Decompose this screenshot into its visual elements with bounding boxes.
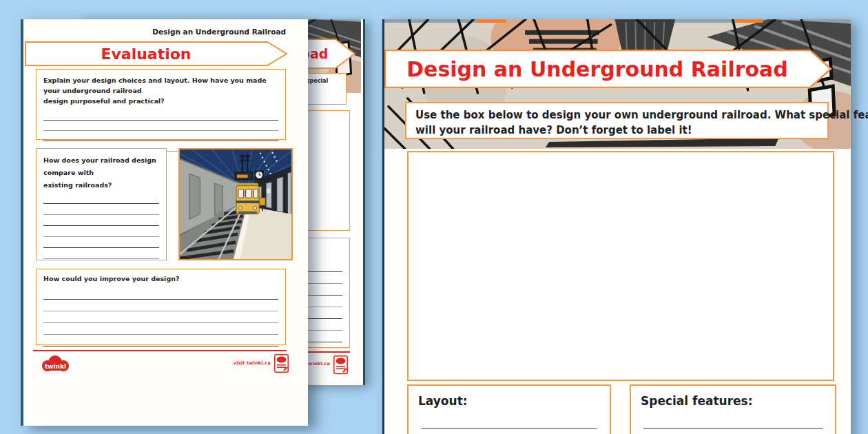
worksheet-preview: Design an Underground Railroad Use the b… (0, 0, 868, 434)
instructions-line1: Use the box below to design your own und… (415, 108, 818, 123)
question-2-line1: How does your railroad design compare wi… (43, 154, 159, 179)
writing-line (43, 226, 159, 237)
writing-line (43, 323, 278, 335)
writing-line (643, 408, 823, 429)
twinkl-badge-icon (274, 354, 289, 373)
writing-line (43, 300, 278, 311)
layout-box: Layout: (407, 384, 611, 434)
writing-line (43, 237, 159, 248)
question-3: How could you improve your design? (43, 275, 278, 282)
eval-footer: visit twinkl.ca (234, 354, 289, 373)
instructions-line2: will your railroad have? Don’t forget to… (415, 123, 818, 138)
evaluation-title: Evaluation (25, 41, 267, 66)
evaluation-title-banner: Evaluation (25, 41, 288, 66)
question-1-line2: design purposeful and practical? (43, 96, 278, 106)
instructions-box: Use the box below to design your own und… (405, 102, 829, 139)
special-features-box: Special features: (630, 384, 836, 434)
writing-line (43, 311, 278, 323)
question-1-line1: Explain your design choices and layout. … (43, 75, 278, 96)
writing-line (43, 121, 278, 131)
footer-rule (33, 350, 287, 351)
writing-line (43, 335, 278, 347)
evaluation-page: Design an Underground Railroad Evaluatio… (21, 19, 308, 426)
writing-line (43, 193, 159, 204)
writing-line (43, 215, 159, 226)
visit-twinkl-link: visit twinkl.ca (234, 360, 271, 366)
writing-line (43, 204, 159, 215)
page-header-label: Design an Underground Railroad (152, 28, 286, 36)
design-title-banner: Design an Underground Railroad (384, 50, 832, 88)
twinkl-logo: twinkl (39, 354, 72, 375)
twinkl-logo-text: twinkl (45, 363, 66, 370)
writing-line (43, 110, 278, 121)
question-box-3: How could you improve your design? (36, 269, 286, 345)
twinkl-badge-icon (333, 355, 348, 374)
design-page: Design an Underground Railroad Use the b… (382, 19, 851, 434)
design-drawing-box (407, 151, 834, 381)
writing-line (43, 131, 278, 141)
layout-label: Layout: (418, 394, 600, 408)
design-page-title: Design an Underground Railroad (384, 50, 810, 88)
writing-line (43, 248, 159, 259)
underground-station-illustration (178, 148, 293, 260)
question-2-line2: existing railroads? (43, 179, 159, 192)
question-box-2: How does your railroad design compare wi… (36, 148, 167, 260)
special-features-label: Special features: (641, 394, 825, 408)
writing-line (421, 408, 597, 429)
writing-line (43, 288, 278, 300)
question-box-1: Explain your design choices and layout. … (36, 69, 286, 140)
